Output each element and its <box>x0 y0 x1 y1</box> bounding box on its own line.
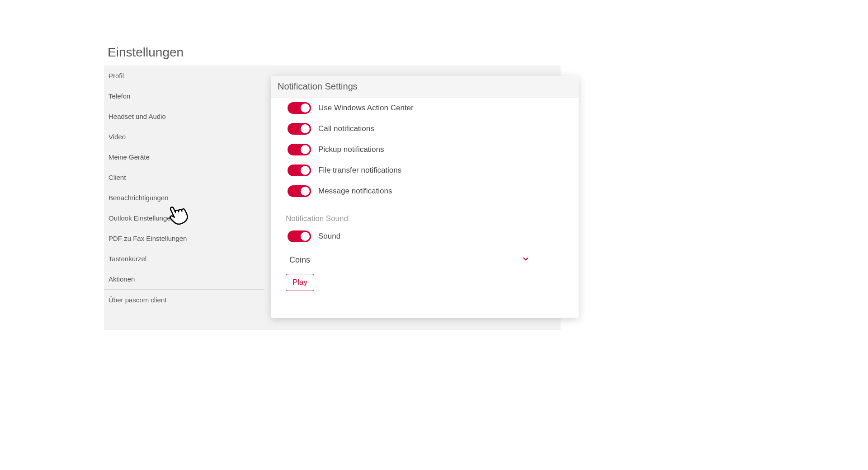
sidebar-item-label: Tastenkürzel <box>108 255 146 263</box>
toggle-label: File transfer notifications <box>318 166 401 175</box>
sidebar-item-tastenkuerzel[interactable]: Tastenkürzel <box>104 249 264 269</box>
sound-dropdown-value: Coins <box>289 255 310 265</box>
toggle-row-pickup-notifications: Pickup notifications <box>271 139 579 160</box>
toggle-label: Message notifications <box>318 187 392 196</box>
toggle-message-notifications[interactable] <box>288 185 311 197</box>
sidebar-item-label: Telefon <box>108 92 130 100</box>
sidebar-item-outlook-einstellungen[interactable]: Outlook Einstellungen <box>104 208 264 228</box>
toggle-label: Sound <box>318 232 340 241</box>
play-button[interactable]: Play <box>286 274 314 291</box>
sidebar-item-label: Über pascom client <box>108 296 166 304</box>
sidebar-item-label: Headset und Audio <box>108 113 166 120</box>
toggle-row-sound: Sound <box>271 226 579 247</box>
sidebar-item-meine-geraete[interactable]: Meine Geräte <box>104 147 264 167</box>
panel-title: Notification Settings <box>271 76 579 98</box>
toggle-file-transfer-notifications[interactable] <box>288 164 311 176</box>
toggle-label: Call notifications <box>318 124 374 133</box>
sidebar-item-video[interactable]: Video <box>104 127 264 147</box>
toggle-row-windows-action-center: Use Windows Action Center <box>271 98 579 118</box>
sidebar-item-telefon[interactable]: Telefon <box>104 86 264 106</box>
sidebar-item-label: Benachrichtigungen <box>108 194 169 202</box>
toggle-pickup-notifications[interactable] <box>288 144 311 155</box>
settings-sidebar: Profil Telefon Headset und Audio Video M… <box>104 66 264 330</box>
chevron-down-icon <box>522 255 530 265</box>
sidebar-item-label: Aktionen <box>108 275 135 283</box>
sidebar-item-client[interactable]: Client <box>104 167 264 188</box>
notification-sound-section-label: Notification Sound <box>271 202 579 226</box>
sidebar-item-ueber-pascom[interactable]: Über pascom client <box>104 290 264 310</box>
toggle-windows-action-center[interactable] <box>288 102 311 114</box>
sound-dropdown[interactable]: Coins <box>288 252 532 268</box>
sidebar-item-profil[interactable]: Profil <box>104 66 264 86</box>
sidebar-item-label: PDF zu Fax Einstellungen <box>108 235 187 242</box>
sidebar-item-pdf-fax[interactable]: PDF zu Fax Einstellungen <box>104 228 264 249</box>
toggle-row-call-notifications: Call notifications <box>271 118 579 139</box>
toggle-row-file-transfer-notifications: File transfer notifications <box>271 160 579 181</box>
toggle-call-notifications[interactable] <box>288 123 311 135</box>
toggle-label: Use Windows Action Center <box>318 103 414 113</box>
toggle-row-message-notifications: Message notifications <box>271 181 579 202</box>
sidebar-item-label: Meine Geräte <box>108 153 150 161</box>
notification-settings-panel: Notification Settings Use Windows Action… <box>271 76 579 318</box>
toggle-label: Pickup notifications <box>318 145 384 154</box>
sidebar-item-benachrichtigungen[interactable]: Benachrichtigungen <box>104 188 264 208</box>
sidebar-item-aktionen[interactable]: Aktionen <box>104 269 264 289</box>
sidebar-item-label: Outlook Einstellungen <box>108 214 175 222</box>
page-title: Einstellungen <box>108 45 184 60</box>
sidebar-item-headset-audio[interactable]: Headset und Audio <box>104 106 264 127</box>
sidebar-item-label: Client <box>108 174 126 181</box>
sidebar-item-label: Profil <box>108 72 124 80</box>
toggle-sound[interactable] <box>288 230 311 242</box>
sidebar-item-label: Video <box>108 133 126 141</box>
